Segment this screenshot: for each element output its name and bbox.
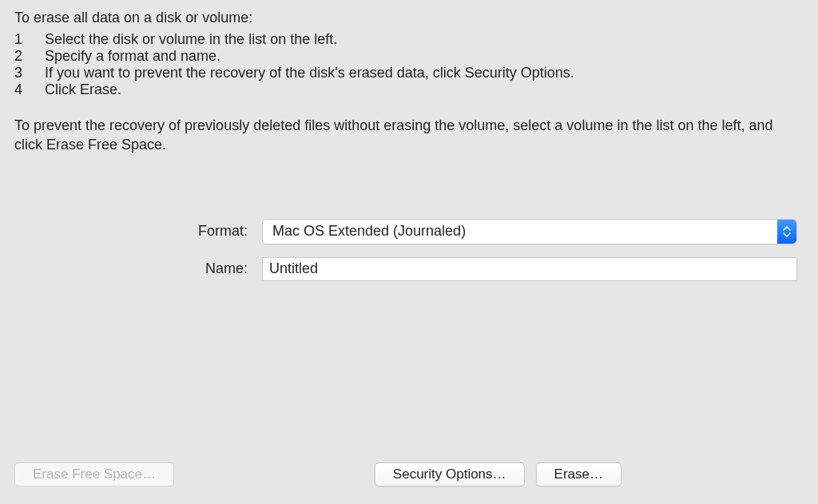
button-bar: Erase Free Space… Security Options… Eras… bbox=[0, 462, 818, 486]
step-number: 1 bbox=[14, 31, 45, 48]
step-text: Specify a format and name. bbox=[45, 48, 804, 65]
step-number: 2 bbox=[14, 48, 45, 65]
step-row: 4 Click Erase. bbox=[14, 81, 804, 98]
format-popup[interactable]: Mac OS Extended (Journaled) bbox=[262, 219, 797, 244]
security-options-button[interactable]: Security Options… bbox=[375, 462, 525, 486]
step-text: If you want to prevent the recovery of t… bbox=[45, 65, 804, 81]
erase-free-space-button: Erase Free Space… bbox=[14, 462, 174, 486]
step-number: 4 bbox=[14, 81, 45, 98]
chevrons-updown-icon bbox=[777, 220, 796, 244]
step-text: Select the disk or volume in the list on… bbox=[45, 31, 804, 48]
note-text: To prevent the recovery of previously de… bbox=[14, 116, 804, 155]
name-label: Name: bbox=[14, 260, 262, 277]
steps-list: 1 Select the disk or volume in the list … bbox=[14, 31, 804, 98]
step-row: 2 Specify a format and name. bbox=[14, 48, 804, 65]
intro-text: To erase all data on a disk or volume: bbox=[14, 10, 804, 26]
erase-button[interactable]: Erase… bbox=[536, 462, 621, 486]
step-row: 1 Select the disk or volume in the list … bbox=[14, 31, 804, 48]
step-row: 3 If you want to prevent the recovery of… bbox=[14, 65, 804, 81]
name-input[interactable] bbox=[262, 257, 797, 281]
format-label: Format: bbox=[14, 223, 262, 240]
step-number: 3 bbox=[14, 65, 45, 81]
format-popup-value: Mac OS Extended (Journaled) bbox=[272, 223, 466, 240]
step-text: Click Erase. bbox=[45, 81, 804, 98]
